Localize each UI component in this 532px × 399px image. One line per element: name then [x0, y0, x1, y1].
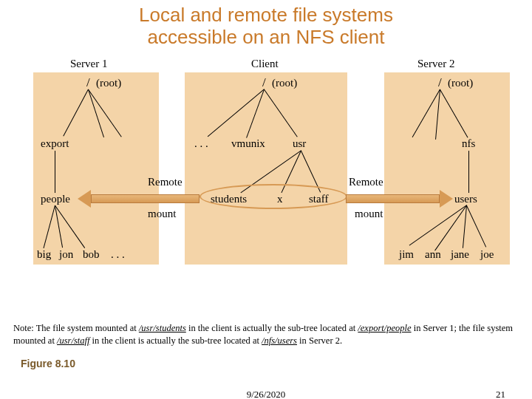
note-path-4: /nfs/users [262, 335, 297, 346]
client-dots: . . . [194, 137, 208, 150]
slide-title: Local and remote file systems accessible… [0, 0, 532, 49]
arrow-right-body [346, 194, 440, 203]
note-path-2: /export/people [358, 323, 411, 333]
server2-jim: jim [399, 248, 414, 261]
line [468, 151, 469, 193]
arrow-left-body [91, 194, 200, 203]
arrow-right-head [440, 190, 453, 208]
line [55, 151, 55, 193]
server1-bob: bob [83, 248, 100, 261]
server2-root-slash: / [438, 75, 442, 90]
client-root-slash: / [262, 75, 266, 90]
client-usr: usr [293, 137, 306, 150]
nfs-diagram: Server 1 / (root) export people big jon … [0, 49, 532, 300]
server1-big: big [37, 248, 51, 261]
remote-label-left: Remote [148, 176, 183, 188]
mounted-ellipse [200, 184, 347, 209]
client-panel [185, 72, 347, 265]
client-root: (root) [272, 77, 297, 89]
server1-root-slash: / [86, 75, 90, 90]
arrow-left-head [78, 190, 91, 208]
figure-label: Figure 8.10 [0, 358, 532, 369]
title-line-1: Local and remote file systems [139, 4, 393, 26]
note-path-3: /usr/staff [57, 335, 89, 346]
footer-page: 21 [496, 389, 505, 399]
note-text: Note: The file system mounted at /usr/st… [0, 322, 532, 347]
client-label: Client [251, 58, 279, 70]
server2-joe: joe [480, 248, 494, 261]
note-mid3: in the client is actually the sub-tree l… [89, 335, 262, 346]
note-suffix: in Server 2. [297, 335, 342, 346]
note-prefix: Note: The file system mounted at [13, 323, 139, 333]
server1-export: export [41, 137, 69, 150]
footer-date: 9/26/2020 [247, 389, 286, 399]
server1-jon: jon [59, 248, 73, 261]
mount-label-right: mount [355, 208, 383, 220]
mount-label-left: mount [148, 208, 176, 220]
note-mid1: in the client is actually the sub-tree l… [186, 323, 358, 333]
server1-root: (root) [96, 77, 121, 89]
server2-label: Server 2 [417, 58, 454, 70]
server1-dots: . . . [111, 248, 125, 261]
server2-root: (root) [448, 77, 473, 89]
remote-label-right: Remote [349, 176, 383, 188]
title-line-2: accessible on an NFS client [148, 26, 385, 48]
note-path-1: /usr/students [139, 323, 186, 333]
client-vmunix: vmunix [231, 137, 265, 150]
server2-users: users [454, 193, 477, 205]
server2-nfs: nfs [462, 137, 475, 150]
server1-people: people [41, 193, 70, 205]
server2-jane: jane [451, 248, 469, 261]
server2-ann: ann [425, 248, 441, 261]
server1-label: Server 1 [70, 58, 107, 70]
